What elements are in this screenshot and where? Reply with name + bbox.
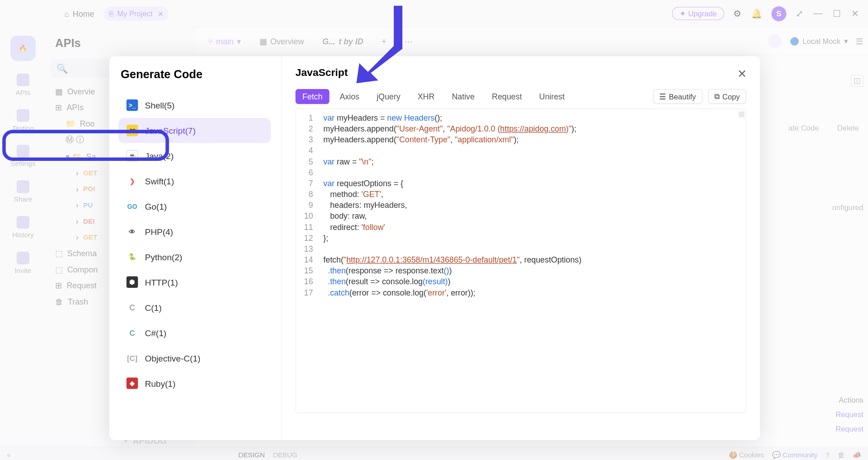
lang-icon: ☕ (127, 150, 138, 161)
lang-icon: GO (127, 201, 138, 212)
code-panel-title: JavaScript (296, 66, 746, 79)
generate-code-modal: Generate Code >_Shell(5)JSJavaScript(7)☕… (109, 56, 760, 440)
minimap (739, 112, 745, 117)
close-modal-icon[interactable]: ✕ (737, 66, 747, 80)
lang-item-ruby[interactable]: ◆Ruby(1) (118, 371, 271, 396)
lang-icon: >_ (127, 99, 138, 111)
variant-tabs: FetchAxiosjQueryXHRNativeRequestUnirest … (296, 89, 746, 104)
lang-icon: C (127, 327, 138, 338)
subtab-request[interactable]: Request (485, 89, 529, 104)
lang-icon: ⬢ (127, 277, 138, 288)
subtab-xhr[interactable]: XHR (410, 89, 441, 104)
lang-item-java[interactable]: ☕Java(2) (118, 143, 271, 169)
lang-item-swift[interactable]: ❯Swift(1) (118, 169, 271, 194)
copy-button[interactable]: ⧉ Copy (708, 89, 746, 104)
line-gutter: 1234567891011121314151617 (296, 109, 319, 413)
subtab-native[interactable]: Native (445, 89, 481, 104)
code-editor[interactable]: 1234567891011121314151617 var myHeaders … (296, 108, 746, 413)
lang-item-javascript[interactable]: JSJavaScript(7) (118, 118, 271, 143)
lang-item-http[interactable]: ⬢HTTP(1) (118, 269, 271, 295)
subtab-unirest[interactable]: Unirest (532, 89, 571, 104)
lang-icon: 👁 (127, 226, 138, 237)
subtab-axios[interactable]: Axios (333, 89, 366, 104)
lang-icon: C (127, 302, 138, 313)
lang-icon: JS (127, 125, 138, 136)
lang-item-objectivec[interactable]: [C]Objective-C(1) (118, 345, 271, 371)
language-list: Generate Code >_Shell(5)JSJavaScript(7)☕… (109, 56, 282, 440)
subtab-fetch[interactable]: Fetch (296, 89, 330, 104)
code-content: var myHeaders = new Headers(); myHeaders… (319, 109, 745, 413)
lang-item-php[interactable]: 👁PHP(4) (118, 219, 271, 244)
subtab-jquery[interactable]: jQuery (370, 89, 407, 104)
lang-item-python[interactable]: 🐍Python(2) (118, 244, 271, 269)
lang-item-go[interactable]: GOGo(1) (118, 193, 271, 219)
lang-icon: ◆ (127, 377, 138, 389)
lang-item-c[interactable]: CC#(1) (118, 320, 271, 345)
lang-icon: [C] (127, 352, 138, 363)
modal-title: Generate Code (118, 68, 274, 81)
lang-icon: ❯ (127, 175, 138, 187)
lang-icon: 🐍 (127, 251, 138, 263)
beautify-button[interactable]: ☰ Beautify (653, 89, 702, 104)
lang-item-c[interactable]: CC(1) (118, 295, 271, 320)
lang-item-shell[interactable]: >_Shell(5) (118, 93, 271, 118)
